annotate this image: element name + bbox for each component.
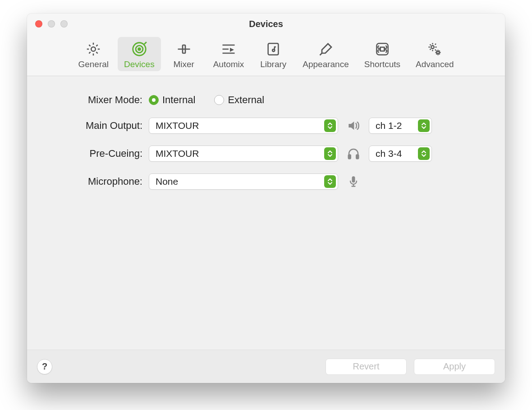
microphone-label: Microphone: — [59, 176, 149, 187]
revert-button[interactable]: Revert — [326, 359, 407, 375]
row-mixer-mode: Mixer Mode: Internal External — [59, 94, 473, 106]
close-window-button[interactable] — [35, 20, 42, 27]
music-file-icon — [264, 40, 283, 59]
svg-point-13 — [431, 46, 434, 49]
select-value: MIXTOUR — [156, 120, 199, 131]
tab-devices[interactable]: Devices — [118, 37, 161, 71]
main-output-label: Main Output: — [59, 120, 149, 132]
radio-dot-icon — [214, 95, 224, 105]
radio-dot-icon — [149, 95, 159, 105]
select-value: MIXTOUR — [156, 148, 199, 159]
help-icon: ? — [42, 361, 47, 372]
button-label: Apply — [443, 361, 466, 372]
paintbrush-icon — [316, 40, 335, 59]
svg-point-14 — [437, 51, 439, 54]
mixer-slider-icon — [174, 40, 193, 59]
svg-rect-16 — [356, 155, 358, 159]
zoom-window-button[interactable] — [60, 20, 68, 27]
tab-label: Shortcuts — [364, 59, 400, 69]
main-output-device-select[interactable]: MIXTOUR — [149, 118, 338, 134]
headphones-icon — [345, 146, 362, 162]
footer: ? Revert Apply — [27, 350, 505, 383]
window-title: Devices — [27, 19, 505, 29]
help-button[interactable]: ? — [37, 359, 52, 374]
svg-rect-17 — [352, 176, 355, 182]
tab-label: Mixer — [173, 59, 194, 69]
speaker-icon — [130, 40, 149, 59]
tab-label: Appearance — [303, 59, 349, 69]
titlebar: Devices — [27, 14, 505, 34]
button-label: Revert — [353, 361, 380, 372]
select-value: ch 3-4 — [376, 148, 402, 159]
speaker-volume-icon — [345, 118, 362, 134]
dropdown-arrows-icon — [418, 119, 430, 132]
tab-shortcuts[interactable]: Shortcuts — [358, 37, 407, 71]
tab-label: General — [78, 59, 109, 69]
row-microphone: Microphone: None — [59, 173, 473, 190]
microphone-icon — [345, 173, 362, 190]
command-key-icon — [373, 40, 392, 59]
row-main-output: Main Output: MIXTOUR ch 1-2 — [59, 118, 473, 134]
row-pre-cueing: Pre-Cueing: MIXTOUR ch 3-4 — [59, 146, 473, 162]
double-gear-icon — [425, 40, 444, 59]
pre-cueing-channel-select[interactable]: ch 3-4 — [369, 146, 432, 162]
svg-point-3 — [138, 48, 140, 50]
preferences-window: Devices General — [27, 14, 505, 383]
svg-line-4 — [144, 42, 147, 44]
tabs-container: General Devices — [72, 37, 460, 71]
mixer-mode-label: Mixer Mode: — [59, 94, 149, 106]
svg-rect-15 — [349, 155, 351, 159]
apply-button[interactable]: Apply — [414, 359, 495, 375]
tab-mixer[interactable]: Mixer — [164, 37, 204, 71]
tab-library[interactable]: Library — [253, 37, 294, 71]
pre-cueing-label: Pre-Cueing: — [59, 148, 149, 159]
main-output-channel-select[interactable]: ch 1-2 — [369, 118, 432, 134]
tab-label: Advanced — [416, 59, 454, 69]
tab-label: Devices — [124, 59, 155, 69]
tab-label: Automix — [213, 59, 244, 69]
svg-point-11 — [272, 49, 275, 51]
tab-label: Library — [260, 59, 286, 69]
tab-advanced[interactable]: Advanced — [409, 37, 460, 71]
content-pane: Mixer Mode: Internal External Main Outpu… — [27, 76, 505, 350]
tab-appearance[interactable]: Appearance — [296, 37, 355, 71]
dropdown-arrows-icon — [324, 175, 336, 188]
microphone-device-select[interactable]: None — [149, 173, 338, 190]
playlist-icon — [219, 40, 238, 59]
pre-cueing-device-select[interactable]: MIXTOUR — [149, 146, 338, 162]
minimize-window-button[interactable] — [48, 20, 55, 27]
dropdown-arrows-icon — [418, 147, 430, 160]
dropdown-arrows-icon — [324, 147, 336, 160]
svg-point-0 — [91, 47, 96, 51]
gear-icon — [84, 40, 103, 59]
radio-label: Internal — [162, 94, 195, 106]
select-value: None — [156, 176, 178, 187]
radio-external[interactable]: External — [214, 94, 264, 106]
traffic-lights — [27, 20, 68, 27]
dropdown-arrows-icon — [324, 119, 336, 132]
select-value: ch 1-2 — [376, 120, 402, 131]
toolbar: General Devices — [27, 34, 505, 76]
radio-label: External — [228, 94, 264, 106]
radio-internal[interactable]: Internal — [149, 94, 195, 106]
tab-general[interactable]: General — [72, 37, 115, 71]
svg-rect-12 — [376, 43, 388, 55]
tab-automix[interactable]: Automix — [207, 37, 251, 71]
